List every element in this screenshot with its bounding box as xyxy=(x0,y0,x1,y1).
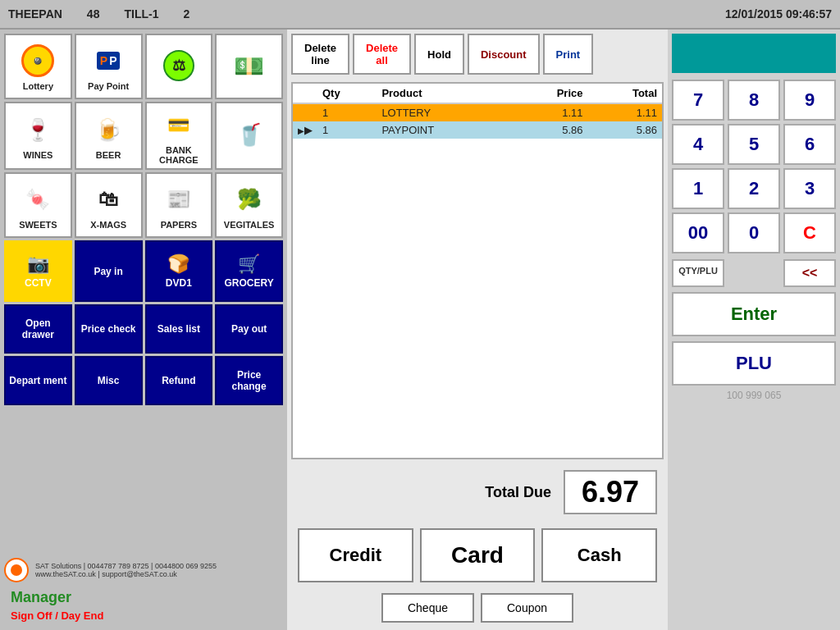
header: THEEPAN 48 TILL-1 2 12/01/2015 09:46:57 xyxy=(0,0,840,30)
sales-list-label: Sales list xyxy=(158,323,200,335)
coupon-btn[interactable]: Coupon xyxy=(481,593,573,623)
department-label: Depart ment xyxy=(9,375,66,386)
dvd1-label: DVD1 xyxy=(166,277,192,289)
price-change-btn[interactable]: Price change xyxy=(215,356,283,405)
pay-out-label: Pay out xyxy=(231,323,267,335)
icon-paypoint[interactable]: PP Pay Point xyxy=(75,34,143,99)
secondary-buttons: Cheque Coupon xyxy=(291,590,664,626)
num-btn-2[interactable]: 2 xyxy=(728,168,780,209)
grocery-btn[interactable]: 🛒 GROCERY xyxy=(215,240,283,302)
bank-charge-label: BANK CHARGE xyxy=(150,145,208,165)
row-indicator xyxy=(293,103,317,121)
row-qty: 1 xyxy=(317,103,377,121)
display-box xyxy=(672,34,836,73)
plu-sub: 100 999 065 xyxy=(672,390,836,401)
col-price: Price xyxy=(510,84,587,103)
beer-label: BEER xyxy=(96,150,121,160)
row-price: 1.11 xyxy=(510,103,587,121)
card-btn[interactable]: Card xyxy=(420,528,536,582)
action-row-1: 📷 CCTV Pay in 🍞 DVD1 🛒 GROCERY xyxy=(4,240,283,302)
num-btn-0[interactable]: 0 xyxy=(728,212,780,253)
mid-panel: Delete line Delete all Hold Discount Pri… xyxy=(287,30,668,630)
num-btn-3[interactable]: 3 xyxy=(783,168,836,209)
icon-grid-row2: 🍷 WINES 🍺 BEER 💳 BANK CHARGE 🥤 xyxy=(4,102,283,170)
row-total: 5.86 xyxy=(588,121,663,139)
discount-btn[interactable]: Discount xyxy=(468,34,540,75)
price-check-label: Price check xyxy=(81,323,136,335)
numpad-bottom: QTY/PLU << xyxy=(672,259,836,287)
hold-btn[interactable]: Hold xyxy=(414,34,464,75)
delete-all-btn[interactable]: Delete all xyxy=(353,34,411,75)
num-btn-4[interactable]: 4 xyxy=(672,124,724,165)
num-btn-9[interactable]: 9 xyxy=(783,80,836,121)
print-btn[interactable]: Print xyxy=(543,34,594,75)
refund-btn[interactable]: Refund xyxy=(145,356,213,405)
icon-wines[interactable]: 🍷 WINES xyxy=(4,102,72,170)
row-total: 1.11 xyxy=(588,103,663,121)
credit-btn[interactable]: Credit xyxy=(298,528,413,582)
icon-bank-charge[interactable]: 💳 BANK CHARGE xyxy=(145,102,213,170)
xmas-label: X-MAGS xyxy=(90,220,126,230)
right-panel: 789456123000C QTY/PLU << Enter PLU 100 9… xyxy=(668,30,840,630)
row-indicator: ▶ xyxy=(293,121,317,139)
pay-out-btn[interactable]: Pay out xyxy=(215,304,283,354)
col-product: Product xyxy=(377,84,510,103)
num-btn-5[interactable]: 5 xyxy=(728,124,780,165)
veg-label: VEGITALES xyxy=(224,220,275,230)
main-layout: 🎱 Lottery PP Pay Point ⚖ xyxy=(0,30,840,630)
icon-money[interactable]: 💵 xyxy=(215,34,283,99)
open-drawer-btn[interactable]: Open drawer xyxy=(4,304,72,354)
num-btn-1[interactable]: 1 xyxy=(672,168,724,209)
dvd1-btn[interactable]: 🍞 DVD1 xyxy=(145,240,213,302)
sales-list-btn[interactable]: Sales list xyxy=(145,304,213,354)
icon-lemonade[interactable]: 🥤 xyxy=(215,102,283,170)
count: 2 xyxy=(183,7,189,21)
backspace-btn[interactable]: << xyxy=(783,259,836,287)
cheque-btn[interactable]: Cheque xyxy=(381,593,474,623)
sweets-label: SWEETS xyxy=(19,220,57,230)
pay-in-label: Pay in xyxy=(94,266,122,277)
icon-xmas[interactable]: 🛍 X-MAGS xyxy=(75,172,143,238)
manager-area: Manager Sign Off / Day End xyxy=(4,585,283,626)
store-info: THEEPAN 48 TILL-1 2 xyxy=(8,7,725,21)
open-drawer-label: Open drawer xyxy=(9,317,67,340)
icon-veg[interactable]: 🥦 VEGITALES xyxy=(215,172,283,238)
icon-papers[interactable]: 📰 PAPERS xyxy=(145,172,213,238)
row-product: LOTTERY xyxy=(377,103,510,121)
num-btn-6[interactable]: 6 xyxy=(783,124,836,165)
enter-btn[interactable]: Enter xyxy=(672,292,836,336)
price-check-btn[interactable]: Price check xyxy=(75,304,143,354)
icon-beer[interactable]: 🍺 BEER xyxy=(75,102,143,170)
pay-in-btn[interactable]: Pay in xyxy=(75,240,143,302)
table-row[interactable]: 1 LOTTERY 1.11 1.11 xyxy=(293,103,662,121)
misc-label: Misc xyxy=(98,375,120,386)
cash-btn[interactable]: Cash xyxy=(541,528,657,582)
icon-scale[interactable]: ⚖ xyxy=(145,34,213,99)
paypoint-label: Pay Point xyxy=(88,81,129,91)
cctv-label: CCTV xyxy=(25,277,52,289)
transaction-table: Qty Product Price Total 1 LOTTERY 1.11 1… xyxy=(293,84,662,139)
qty-plu-btn[interactable]: QTY/PLU xyxy=(672,259,724,287)
cctv-btn[interactable]: 📷 CCTV xyxy=(4,240,72,302)
numpad-grid: 789456123000C xyxy=(672,80,836,253)
store-name: THEEPAN xyxy=(8,7,62,21)
sat-logo xyxy=(4,558,29,582)
delete-line-btn[interactable]: Delete line xyxy=(291,34,349,75)
plu-btn[interactable]: PLU xyxy=(672,341,836,386)
icon-sweets[interactable]: 🍬 SWEETS xyxy=(4,172,72,238)
department-btn[interactable]: Depart ment xyxy=(4,356,72,405)
num-btn-C[interactable]: C xyxy=(783,212,836,253)
table-row[interactable]: ▶ 1 PAYPOINT 5.86 5.86 xyxy=(293,121,662,139)
num-btn-8[interactable]: 8 xyxy=(728,80,780,121)
till-id: TILL-1 xyxy=(124,7,158,21)
price-change-label: Price change xyxy=(220,369,278,392)
misc-btn[interactable]: Misc xyxy=(75,356,143,405)
num-btn-00[interactable]: 00 xyxy=(672,212,724,253)
num-btn-7[interactable]: 7 xyxy=(672,80,724,121)
icon-lottery[interactable]: 🎱 Lottery xyxy=(4,34,72,99)
signoff-btn[interactable]: Sign Off / Day End xyxy=(4,608,283,623)
total-area: Total Due 6.97 xyxy=(291,463,664,521)
icon-grid-top: 🎱 Lottery PP Pay Point ⚖ xyxy=(4,34,283,99)
payment-buttons: Credit Card Cash xyxy=(291,525,664,586)
manager-btn[interactable]: Manager xyxy=(4,587,283,608)
